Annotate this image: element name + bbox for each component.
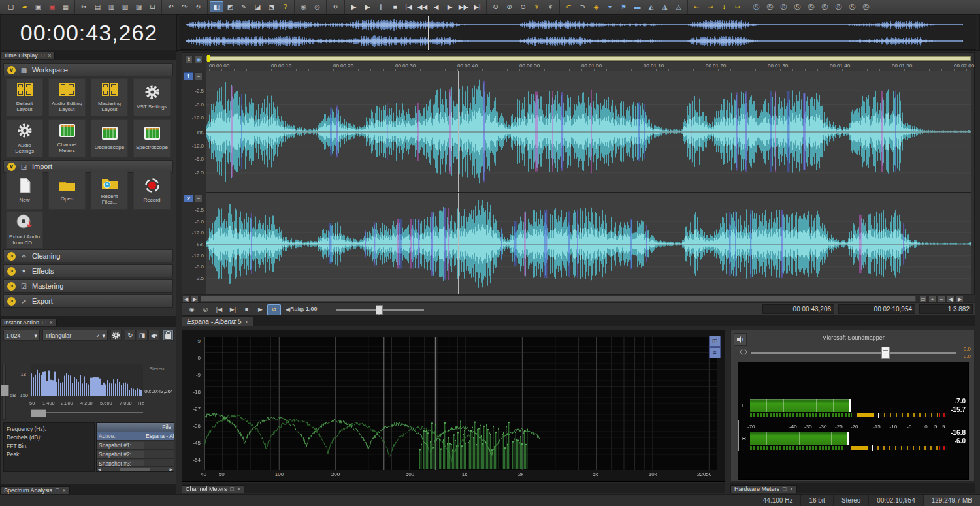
fast-forward-icon[interactable]: ▶▶ [457, 1, 470, 12]
save-icon[interactable]: ▣ [31, 1, 45, 12]
default-layout-button[interactable]: Default Layout [6, 78, 43, 116]
tab-document[interactable]: Espana - Albeniz 5 × [182, 317, 253, 326]
collapse-arrow-icon[interactable]: ∨ [7, 163, 16, 171]
expand-arrow-icon[interactable]: > [7, 297, 16, 306]
vertical-zoom-slider-thumb[interactable] [1, 385, 9, 396]
gain-slider-handle[interactable] [881, 347, 890, 359]
table-row[interactable]: Snapshot #1: [97, 441, 174, 450]
script-button-6[interactable]: Ⓢ [818, 1, 832, 12]
channel-2-badge[interactable]: 2 [184, 195, 193, 202]
pause-icon[interactable]: ∥ [374, 1, 388, 12]
expand-arrow-icon[interactable]: > [7, 282, 16, 291]
close-icon[interactable]: × [245, 319, 248, 325]
step-back-icon[interactable]: ◀ [429, 1, 443, 12]
tab-channel-me​ters[interactable]: Channel Meters □ × [182, 485, 244, 493]
scroll-thumb[interactable] [120, 468, 150, 471]
workspace-section-header[interactable]: ∨ ▤ Workspace [3, 63, 173, 76]
settings-gear-button[interactable] [110, 330, 122, 341]
total-time-box[interactable]: 00:02:10,954 [838, 304, 915, 314]
spectrum-histogram[interactable] [31, 364, 143, 396]
mastering-layout-button[interactable]: Mastering Layout [91, 78, 128, 116]
trim-crop-icon[interactable]: ⊡ [146, 1, 159, 12]
position-indicator-bar[interactable] [206, 56, 971, 61]
paste-special-icon[interactable]: ▧ [118, 1, 132, 12]
auto-scroll-icon[interactable]: ↦ [731, 1, 745, 12]
repeat-icon[interactable]: ↻ [191, 1, 205, 12]
play-all-icon[interactable]: ▶ [361, 1, 374, 12]
stop-icon[interactable]: ■ [388, 1, 402, 12]
close-icon[interactable]: × [48, 52, 51, 59]
snapshot-table-header[interactable]: File [97, 423, 174, 432]
tab-spectrum-analysis[interactable]: Spectrum Analysis □ × [0, 486, 70, 494]
import-section-header[interactable]: ∨ ◲ Import [3, 160, 173, 173]
script-button-7[interactable]: Ⓢ [832, 1, 845, 12]
script-button-4[interactable]: Ⓢ [791, 1, 804, 12]
script-button-3[interactable]: Ⓢ [777, 1, 791, 12]
region-icon[interactable]: ▬ [630, 1, 644, 12]
close-icon[interactable]: × [62, 487, 65, 494]
scroll-thumb[interactable] [201, 296, 916, 302]
envelope-tool-icon[interactable]: ◪ [251, 1, 265, 12]
flag-icon[interactable]: ⚑ [617, 1, 630, 12]
spectrum-tool-icon[interactable]: ◮ [658, 1, 672, 12]
marker-icon[interactable]: ▾ [603, 1, 617, 12]
copy-icon[interactable]: ▤ [91, 1, 105, 12]
spectrum-analyzer-plot[interactable] [204, 337, 717, 470]
section-mastering[interactable]: >☑Mastering [3, 279, 173, 293]
zoom-ratio-box[interactable]: 1:3.882 [919, 304, 973, 314]
gain-link-icon[interactable] [740, 349, 747, 355]
horizontal-scroll-thumb[interactable] [31, 409, 46, 417]
channel-1-minimize-icon[interactable]: − [195, 72, 203, 80]
recent-files-button[interactable]: Recent Files... [91, 172, 128, 210]
edit-tool-icon[interactable]: ◧ [210, 1, 223, 12]
snapshot-button[interactable]: ◨ [137, 330, 148, 341]
auto-return-icon[interactable]: ↧ [717, 1, 731, 12]
audio-settings-button[interactable]: Audio Settings [6, 119, 43, 157]
step-forward-icon[interactable]: ▶ [443, 1, 457, 12]
loop-playback-button[interactable]: ↺ [267, 304, 281, 315]
loop-selection-icon[interactable]: ⊃ [576, 1, 589, 12]
lock-button[interactable] [163, 330, 174, 341]
statistics-icon[interactable]: ◭ [644, 1, 658, 12]
go-to-end-button[interactable]: ▶| [226, 304, 240, 315]
meter-display[interactable]: L -70-40-35-30-25-20-15-10-5059 R -7.0 -… [738, 362, 969, 480]
magnetism-icon[interactable]: ◉ [195, 55, 203, 63]
magnify-tool-icon[interactable]: ◩ [223, 1, 237, 12]
extract-audio-cd-button[interactable]: Extract Audio from CD... [6, 211, 43, 249]
play-button[interactable]: ▶ [253, 304, 267, 315]
selection-tool-icon[interactable]: ⬔ [265, 1, 278, 12]
preview-icon[interactable]: ✳ [544, 1, 557, 12]
cut-icon[interactable]: ✂ [77, 1, 91, 12]
expand-arrow-icon[interactable]: > [7, 252, 16, 261]
section-export[interactable]: >↗Export [3, 294, 173, 308]
save-as-icon[interactable]: ▣ [45, 1, 59, 12]
go-to-end-icon[interactable]: ▶| [470, 1, 484, 12]
rewind-icon[interactable]: ◀◀ [416, 1, 429, 12]
scroll-right-icon[interactable]: ▶ [169, 467, 172, 471]
paste-icon[interactable]: ▥ [105, 1, 118, 12]
paste-to-new-icon[interactable]: ▨ [132, 1, 146, 12]
float-window-icon[interactable]: □ [231, 486, 234, 492]
marker-lock-icon[interactable]: ⇤ [690, 1, 704, 12]
meter-option-button-2[interactable]: ≡ [709, 347, 721, 358]
section-cleaning[interactable]: >✧Cleaning [3, 249, 173, 262]
levels-icon[interactable]: △ [672, 1, 685, 12]
play-normal-icon[interactable]: ▶ [347, 1, 361, 12]
close-icon[interactable]: × [49, 319, 52, 326]
waveform-channel-2[interactable] [206, 193, 971, 294]
multichannel-icon[interactable]: ◎ [310, 1, 324, 12]
table-row[interactable]: Active:Espana - Albeni [97, 432, 174, 441]
channel-1-badge[interactable]: 1 [184, 72, 193, 80]
scroll-left-icon[interactable]: ◀ [98, 467, 101, 471]
script-button-1[interactable]: Ⓢ [749, 1, 763, 12]
vst-settings-button[interactable]: VST Settings [133, 78, 171, 116]
region-lock-icon[interactable]: ⇥ [704, 1, 717, 12]
fft-size-select[interactable]: 1,024 ▾ [3, 330, 40, 341]
tab-hardware-meters[interactable]: Hardware Meters □ × [730, 485, 797, 493]
help-icon[interactable]: ? [278, 1, 292, 12]
new-button[interactable]: New [6, 172, 43, 210]
time-ruler[interactable]: 00:00:0000:00:1000:00:2000:00:3000:00:40… [206, 62, 971, 71]
auto-preview-icon[interactable]: ✳ [530, 1, 544, 12]
audio-editing-layout-button[interactable]: Audio Editing Layout [48, 78, 86, 116]
cursor-time-box[interactable]: 00:00:43,206 [762, 304, 834, 314]
